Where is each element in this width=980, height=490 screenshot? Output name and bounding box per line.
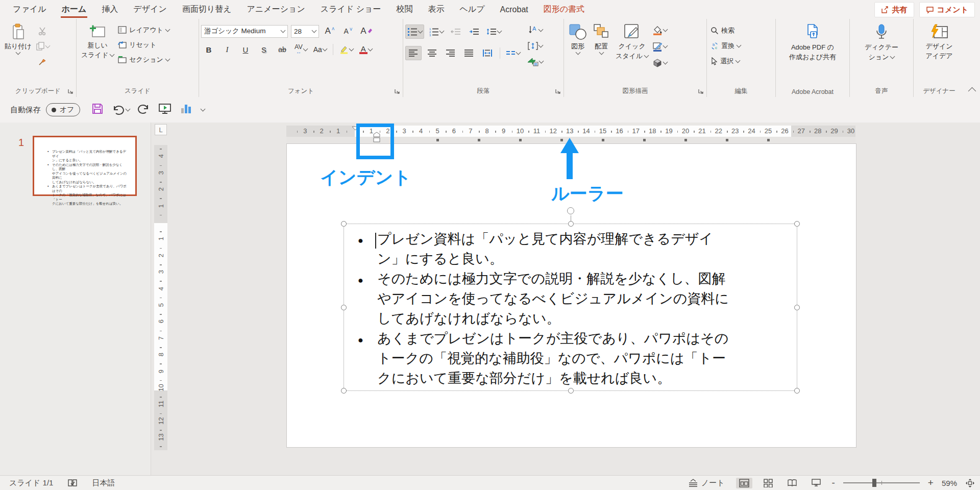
tab-help[interactable]: ヘルプ — [452, 0, 492, 19]
thumb-bullet-item-2[interactable]: そのためには極力文字での説明・解説を少なくし、図解 やアイコンを使ってなるべくビ… — [47, 163, 129, 185]
align-left-button[interactable] — [405, 46, 422, 60]
clipboard-dialog-launcher[interactable] — [67, 88, 74, 95]
shape-fill-button[interactable] — [651, 23, 669, 37]
new-slide-button[interactable]: 新しい スライド — [79, 21, 116, 83]
section-button[interactable]: セクション — [116, 53, 171, 66]
bullet-item-3[interactable]: あくまでプレゼンはトークが主役であり、パワポはその トークの「視覚的な補助役」な… — [358, 329, 790, 388]
handle-mid-right[interactable] — [794, 305, 800, 310]
view-normal-button[interactable] — [736, 478, 752, 488]
create-pdf-button[interactable]: Adobe PDF の 作成および共有 — [787, 21, 839, 83]
save-button[interactable] — [91, 103, 104, 117]
text-direction-button[interactable]: A — [526, 23, 545, 37]
increase-indent-button[interactable] — [467, 25, 482, 38]
handle-top-left[interactable] — [341, 221, 347, 227]
comment-button[interactable]: コメント — [919, 2, 975, 17]
zoom-slider[interactable] — [843, 482, 920, 483]
shape-outline-button[interactable] — [651, 40, 669, 53]
autosave-toggle[interactable]: オフ — [46, 103, 80, 116]
zoom-out-button[interactable]: - — [832, 477, 835, 488]
align-center-button[interactable] — [425, 46, 440, 60]
tab-acrobat[interactable]: Acrobat — [493, 0, 536, 19]
dictate-button[interactable]: ディクテー ション — [862, 21, 901, 83]
new-slide-dropdown-icon[interactable] — [110, 52, 115, 57]
design-ideas-button[interactable]: デザイン アイデア — [923, 21, 955, 83]
strikethrough-button[interactable]: ab — [275, 43, 290, 56]
change-case-button[interactable]: Aa — [312, 43, 328, 56]
handle-bottom-right[interactable] — [794, 388, 800, 394]
drawing-dialog-launcher[interactable] — [698, 88, 704, 95]
columns-button[interactable] — [505, 46, 522, 60]
notes-button[interactable]: ノート — [685, 477, 728, 489]
copy-dropdown-icon[interactable] — [45, 43, 50, 48]
paste-dropdown-icon[interactable] — [15, 50, 20, 55]
align-text-button[interactable] — [526, 39, 545, 53]
tab-file[interactable]: ファイル — [5, 0, 54, 19]
tab-review[interactable]: 校閲 — [388, 0, 420, 19]
font-dialog-launcher[interactable] — [394, 88, 401, 95]
handle-bottom-left[interactable] — [341, 388, 347, 394]
rotate-handle[interactable] — [567, 207, 574, 214]
find-button[interactable]: 検索 — [709, 24, 773, 37]
italic-button[interactable]: I — [219, 43, 235, 56]
tab-shape-format[interactable]: 図形の書式 — [536, 0, 592, 19]
handle-top-center[interactable] — [568, 221, 574, 227]
format-painter-button[interactable] — [34, 55, 51, 68]
chart-button[interactable] — [180, 103, 192, 116]
tab-slideshow[interactable]: スライド ショー — [313, 0, 389, 19]
paragraph-dialog-launcher[interactable] — [555, 88, 561, 95]
bullets-button[interactable] — [405, 24, 424, 39]
tab-insert[interactable]: 挿入 — [94, 0, 126, 19]
bullet-item-2[interactable]: そのためには極力文字での説明・解説を少なくし、図解 やアイコンを使ってなるべくビ… — [358, 269, 790, 329]
convert-to-smartart-button[interactable] — [526, 55, 545, 68]
select-button[interactable]: 選択 — [709, 55, 773, 67]
undo-dropdown-icon[interactable] — [125, 107, 130, 112]
bullet-item-1[interactable]: プレゼン資料は「パッと見て内容が理解できるデザイ ン」にすると良い。 — [358, 229, 790, 269]
share-button[interactable]: 共有 — [874, 2, 914, 17]
layout-button[interactable]: レイアウト — [116, 23, 171, 36]
font-name-combo[interactable]: 游ゴシック Medium — [201, 25, 288, 38]
text-shadow-button[interactable]: S — [256, 43, 272, 56]
qat-overflow-icon[interactable] — [200, 107, 205, 112]
numbering-button[interactable]: 123 — [427, 25, 445, 38]
font-size-combo[interactable]: 28 — [291, 25, 319, 38]
view-slide-sorter-button[interactable] — [761, 478, 776, 488]
handle-mid-left[interactable] — [341, 305, 347, 310]
view-slideshow-button[interactable] — [808, 478, 824, 488]
tab-home[interactable]: ホーム — [54, 0, 94, 19]
align-right-button[interactable] — [443, 46, 458, 60]
thumb-bullet-item-1[interactable]: プレゼン資料は「パッと見て内容が理解できるデザイ ン」にすると良い。 — [47, 150, 129, 163]
underline-button[interactable]: U — [238, 43, 253, 56]
copy-button[interactable] — [34, 40, 51, 53]
line-spacing-button[interactable] — [485, 25, 503, 38]
shapes-button[interactable]: 図形 — [566, 21, 590, 83]
reset-button[interactable]: リセット — [116, 38, 171, 51]
handle-bottom-center[interactable] — [568, 388, 574, 394]
zoom-percentage[interactable]: 59% — [942, 479, 957, 487]
accessibility-checker-icon[interactable] — [67, 479, 78, 487]
shrink-font-button[interactable]: A˅ — [340, 24, 356, 38]
zoom-slider-thumb[interactable] — [872, 479, 876, 487]
replace-button[interactable]: bc 置換 — [709, 39, 773, 52]
clear-formatting-button[interactable]: A — [359, 24, 374, 38]
paste-button[interactable]: 貼り付け — [2, 21, 34, 83]
section-dropdown-icon[interactable] — [165, 56, 170, 61]
grow-font-button[interactable]: A˄ — [322, 24, 337, 38]
shapes-dropdown-icon[interactable] — [575, 50, 580, 55]
language-indicator[interactable]: 日本語 — [92, 478, 115, 488]
font-color-button[interactable]: A — [358, 43, 374, 56]
start-slideshow-button[interactable] — [158, 103, 172, 117]
distribute-text-button[interactable] — [480, 46, 495, 60]
tab-design[interactable]: デザイン — [126, 0, 175, 19]
view-reading-button[interactable] — [784, 478, 800, 488]
tab-animations[interactable]: アニメーション — [239, 0, 313, 19]
quick-styles-button[interactable]: クイック スタイル — [613, 21, 651, 83]
zoom-in-button[interactable]: + — [928, 477, 934, 488]
cut-button[interactable] — [34, 24, 51, 38]
character-spacing-button[interactable]: AV↔ — [293, 43, 309, 56]
fit-to-window-icon[interactable] — [965, 478, 975, 488]
highlight-color-button[interactable] — [338, 43, 355, 56]
slide-thumbnail[interactable]: プレゼン資料は「パッと見て内容が理解できるデザイ ン」にすると良い。そのためには… — [33, 136, 137, 196]
thumb-bullet-item-3[interactable]: あくまでプレゼンはトークが主役であり、パワポはその トークの「視覚的な補助役」な… — [47, 184, 129, 206]
bold-button[interactable]: B — [201, 43, 216, 56]
arrange-button[interactable]: 配置 — [590, 21, 613, 83]
